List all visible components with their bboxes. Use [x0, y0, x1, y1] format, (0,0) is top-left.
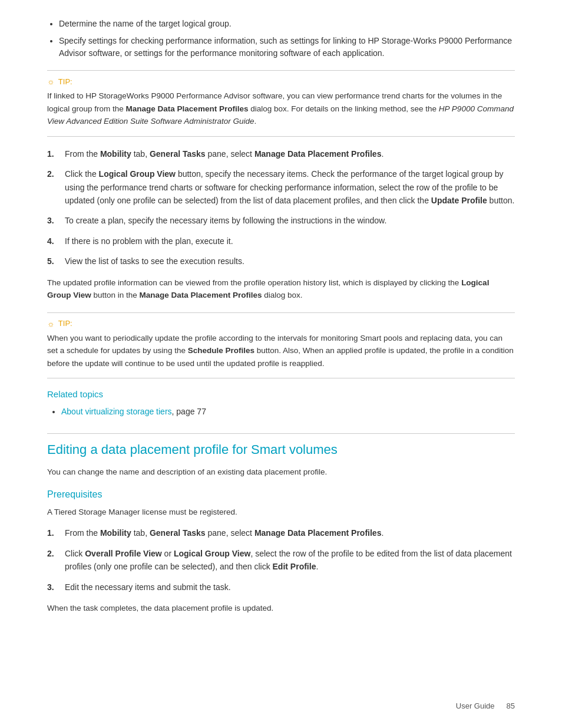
bulb-icon: ☼ — [47, 77, 55, 86]
prerequisites-heading: Prerequisites — [47, 489, 515, 500]
step-5: 5. View the list of tasks to see the exe… — [47, 255, 515, 268]
prereq-step-num-2: 2. — [47, 547, 59, 574]
tip1-part4: . — [254, 117, 256, 126]
related-link-1[interactable]: About virtualizing storage tiers — [61, 407, 172, 416]
tip1-part2: dialog box. For details on the linking m… — [248, 104, 438, 113]
bulb-icon-2: ☼ — [47, 319, 55, 328]
prereq-steps-list: 1. From the Mobility tab, General Tasks … — [47, 526, 515, 594]
step-num-3: 3. — [47, 214, 59, 227]
main-section-heading: Editing a data placement profile for Sma… — [47, 433, 515, 457]
prereq-step-1: 1. From the Mobility tab, General Tasks … — [47, 526, 515, 539]
step-text-3: To create a plan, specify the necessary … — [65, 214, 515, 227]
related-item-1: About virtualizing storage tiers, page 7… — [61, 405, 515, 419]
tip-box-1: ☼ TIP: If linked to HP StorageWorks P900… — [47, 70, 515, 137]
prereq-step-num-3: 3. — [47, 581, 59, 594]
main-intro: You can change the name and description … — [47, 466, 515, 479]
step-num-4: 4. — [47, 235, 59, 248]
bullet-item-1: Determine the name of the target logical… — [59, 18, 515, 30]
step-num-5: 5. — [47, 255, 59, 268]
prereq-text: A Tiered Storage Manager license must be… — [47, 506, 515, 519]
body-para-1: The updated profile information can be v… — [47, 276, 515, 302]
prereq-step-text-1: From the Mobility tab, General Tasks pan… — [65, 526, 515, 539]
tip-label-1: ☼ TIP: — [47, 77, 515, 86]
tip-box-2: ☼ TIP: When you want to periodically upd… — [47, 312, 515, 379]
tip-label-text-2: TIP: — [58, 319, 72, 328]
tip-content-1: If linked to HP StorageWorks P9000 Perfo… — [47, 90, 515, 128]
prereq-step-2: 2. Click Overall Profile View or Logical… — [47, 547, 515, 574]
step-1: 1. From the Mobility tab, General Tasks … — [47, 147, 515, 160]
prereq-closing: When the task completes, the data placem… — [47, 602, 515, 615]
step-text-5: View the list of tasks to see the execut… — [65, 255, 515, 268]
step-4: 4. If there is no problem with the plan,… — [47, 235, 515, 248]
tip-content-2: When you want to periodically update the… — [47, 332, 515, 370]
related-topics-list: About virtualizing storage tiers, page 7… — [47, 405, 515, 419]
tip-label-text-1: TIP: — [58, 77, 72, 86]
tip1-bold1: Manage Data Placement Profiles — [126, 104, 249, 113]
step-text-4: If there is no problem with the plan, ex… — [65, 235, 515, 248]
step-text-2: Click the Logical Group View button, spe… — [65, 167, 515, 207]
footer-page: 85 — [507, 701, 515, 710]
prereq-step-num-1: 1. — [47, 526, 59, 539]
footer-label: User Guide — [456, 701, 495, 710]
tip2-bold1: Schedule Profiles — [188, 346, 254, 355]
step-num-1: 1. — [47, 147, 59, 160]
intro-bullet-list: Determine the name of the target logical… — [47, 18, 515, 60]
related-suffix-1: , page 77 — [172, 407, 206, 416]
step-num-2: 2. — [47, 167, 59, 207]
page-content: Determine the name of the target logical… — [0, 0, 562, 658]
prereq-step-3: 3. Edit the necessary items and submit t… — [47, 581, 515, 594]
prereq-step-text-2: Click Overall Profile View or Logical Gr… — [65, 547, 515, 574]
page-footer: User Guide 85 — [456, 701, 515, 710]
steps-list-main: 1. From the Mobility tab, General Tasks … — [47, 147, 515, 268]
bullet-item-2: Specify settings for checking performanc… — [59, 35, 515, 60]
prereq-step-text-3: Edit the necessary items and submit the … — [65, 581, 515, 594]
step-3: 3. To create a plan, specify the necessa… — [47, 214, 515, 227]
step-2: 2. Click the Logical Group View button, … — [47, 167, 515, 207]
step-text-1: From the Mobility tab, General Tasks pan… — [65, 147, 515, 160]
related-topics-heading: Related topics — [47, 389, 515, 399]
tip-label-2: ☼ TIP: — [47, 319, 515, 328]
